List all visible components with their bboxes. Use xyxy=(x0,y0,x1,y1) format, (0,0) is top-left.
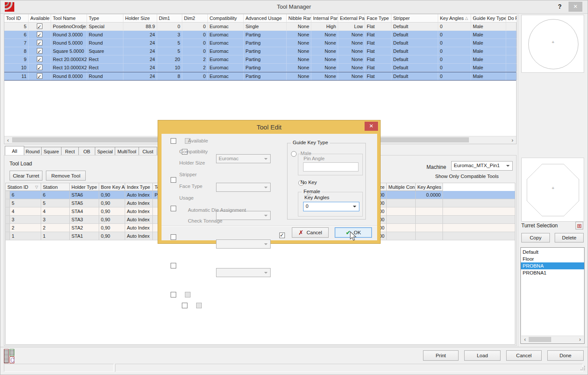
dialog-cancel-button[interactable]: ✗ Cancel xyxy=(292,227,329,238)
guide-key-type-checkbox[interactable] xyxy=(279,233,285,238)
column-header-face-type[interactable]: Face Type xyxy=(365,14,391,23)
column-header-station-id[interactable]: Station ID▽ xyxy=(6,183,41,191)
male-radio[interactable] xyxy=(291,151,297,157)
scrollbar-thumb[interactable] xyxy=(529,337,551,342)
sort-up-icon: △ xyxy=(465,14,469,23)
table-cell: Euromac xyxy=(208,47,244,55)
table-cell: 1 xyxy=(10,232,41,240)
column-header-multiple-con[interactable]: Multiple Con xyxy=(387,183,416,191)
row-gutter xyxy=(6,191,10,199)
tab-square[interactable]: Square xyxy=(42,147,61,155)
table-cell: Rect xyxy=(87,55,123,63)
chevron-down-icon xyxy=(264,243,268,245)
turret-list-item[interactable]: PROBNA1 xyxy=(521,269,584,276)
column-header-station[interactable]: Station xyxy=(41,183,70,191)
holder-size-checkbox[interactable] xyxy=(171,177,176,183)
machine-select[interactable]: Euromac_MTX_Pin1 xyxy=(451,161,513,171)
scroll-right-icon[interactable]: › xyxy=(509,136,516,144)
mouse-cursor xyxy=(349,231,357,242)
table-cell: None xyxy=(311,64,338,71)
pin-angle-input[interactable] xyxy=(303,162,359,171)
done-button[interactable]: Done xyxy=(547,350,584,361)
column-header-nibble-rank[interactable]: Nibble Rank xyxy=(287,14,311,23)
available-checkbox[interactable] xyxy=(37,23,42,29)
resize-grip[interactable] xyxy=(581,366,586,371)
column-header-dim1[interactable]: Dim1 xyxy=(157,14,182,23)
table-cell xyxy=(387,224,416,232)
window-close-button[interactable]: ✕ xyxy=(569,2,582,12)
load-button[interactable]: Load xyxy=(464,350,501,361)
available-checkbox[interactable] xyxy=(37,65,42,70)
table-cell: 5 xyxy=(10,199,41,207)
tab-all[interactable]: All xyxy=(5,146,24,155)
table-row[interactable]: 5PosebnoOrodje1Special88.900EuromacSingl… xyxy=(4,23,516,31)
key-angles-select[interactable]: 0 xyxy=(303,202,359,211)
table-cell: Flat xyxy=(365,23,391,30)
table-row[interactable]: 6Round 3.0000Round2430EuromacPartingNone… xyxy=(4,31,516,39)
available-checkbox[interactable] xyxy=(37,56,42,62)
table-row[interactable]: 11Round 8.0000Round2480EuromacPartingNon… xyxy=(4,72,516,81)
turret-list-item[interactable]: Default xyxy=(521,249,584,255)
usage-checkbox[interactable] xyxy=(171,263,176,268)
column-header-advanced-usage[interactable]: Advanced Usage xyxy=(244,14,287,23)
column-header-do-f[interactable]: Do F xyxy=(506,14,517,23)
column-header-available[interactable]: Available xyxy=(29,14,51,23)
tab-special[interactable]: Special xyxy=(95,147,115,155)
dialog-close-icon[interactable]: ✕ xyxy=(365,122,378,131)
turret-list-item[interactable]: Floor xyxy=(521,255,584,262)
table-cell: 8 xyxy=(4,47,29,55)
help-icon[interactable]: ? xyxy=(558,3,562,10)
column-header-holder-type[interactable]: Holder Type xyxy=(70,183,99,191)
female-group: Female Key Angles 0 xyxy=(298,192,363,217)
turret-list-hscrollbar[interactable]: ‹ › xyxy=(521,336,584,343)
scroll-right-icon[interactable]: › xyxy=(576,336,584,343)
column-header-type[interactable]: Type xyxy=(87,14,123,23)
column-header-external-par[interactable]: External Par xyxy=(338,14,365,23)
column-header-internal-part[interactable]: Internal Part xyxy=(311,14,338,23)
turret-list-item[interactable]: PROBNA xyxy=(521,262,584,269)
column-header-holder-size[interactable]: Holder Size xyxy=(123,14,157,23)
column-header-dim2[interactable]: Dim2 xyxy=(182,14,208,23)
column-header-key-angles[interactable]: Key Angles△ xyxy=(438,14,471,23)
available-checkbox[interactable] xyxy=(37,40,42,45)
table-row[interactable]: 8Square 5.0000Square2450EuromacPartingNo… xyxy=(4,47,516,55)
scroll-left-icon[interactable]: ‹ xyxy=(4,136,12,144)
turret-copy-button[interactable]: Copy xyxy=(521,233,550,242)
report-icon[interactable] xyxy=(4,349,15,363)
face-type-checkbox[interactable] xyxy=(171,234,176,240)
column-header-key-angles[interactable]: Key Angles xyxy=(416,183,443,191)
clear-turret-button[interactable]: Clear Turret xyxy=(10,171,42,181)
table-cell: Default xyxy=(391,55,438,63)
cancel-button[interactable]: Cancel xyxy=(506,350,542,361)
column-header-stripper[interactable]: Stripper xyxy=(391,14,438,23)
row-gutter xyxy=(6,199,10,207)
automatic-die-assignment-checkbox[interactable] xyxy=(171,292,176,297)
table-cell: None xyxy=(338,31,365,39)
column-header-tool-name[interactable]: Tool Name xyxy=(51,14,87,23)
scroll-left-icon[interactable]: ‹ xyxy=(521,336,529,343)
remove-tool-button[interactable]: Remove Tool xyxy=(46,171,86,181)
check-tonnage-checkbox[interactable] xyxy=(182,303,187,308)
table-row[interactable]: 7Round 5.0000Round2450EuromacPartingNone… xyxy=(4,39,516,47)
column-header-bore-key-ar[interactable]: Bore Key Ar xyxy=(99,183,125,191)
column-header-compatibility[interactable]: Compatibility xyxy=(208,14,244,23)
table-row[interactable]: 9Rect 20.0000X2Rect24202EuromacPartingNo… xyxy=(4,55,516,64)
available-checkbox[interactable] xyxy=(37,48,42,54)
table-row[interactable]: 10Rect 10.0000X2Rect24102EuromacPartingN… xyxy=(4,64,516,72)
available-checkbox[interactable] xyxy=(37,32,42,37)
available-checkbox[interactable] xyxy=(37,73,42,79)
available-label: Available xyxy=(188,138,208,143)
print-button[interactable]: Print xyxy=(423,350,459,361)
column-header-tool-id[interactable]: Tool ID xyxy=(4,14,29,23)
add-turret-icon[interactable]: ⊞ xyxy=(575,222,583,230)
tab-rect[interactable]: Rect xyxy=(61,147,79,155)
tab-ob[interactable]: OB xyxy=(79,147,95,155)
tab-clust[interactable]: Clust xyxy=(139,147,157,155)
stripper-checkbox[interactable] xyxy=(171,206,176,211)
tab-multitool[interactable]: MultiTool xyxy=(115,147,139,155)
available-checkbox[interactable] xyxy=(171,138,176,144)
tab-round[interactable]: Round xyxy=(24,147,42,155)
turret-delete-button[interactable]: Delete xyxy=(555,233,584,242)
column-header-guide-key-type[interactable]: Guide Key Type xyxy=(471,14,506,23)
column-header-index-type[interactable]: Index Type xyxy=(125,183,153,191)
